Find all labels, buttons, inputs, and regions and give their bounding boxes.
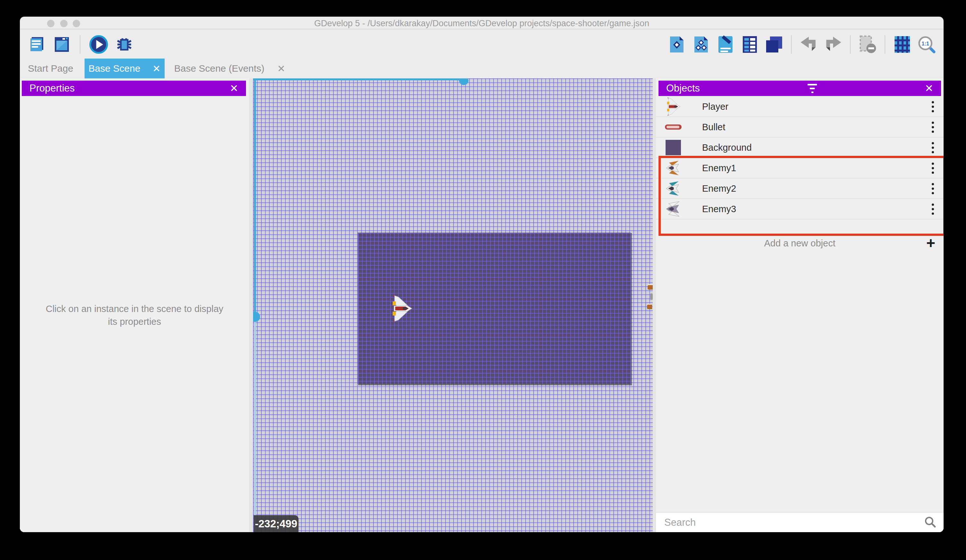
tab-base-scene[interactable]: Base Scene ✕	[85, 59, 164, 79]
instances-list-icon[interactable]	[741, 35, 759, 54]
filter-icon[interactable]	[807, 84, 817, 93]
close-tab-icon[interactable]: ✕	[278, 63, 285, 74]
objects-header: Objects ✕	[659, 81, 941, 96]
edit-properties-icon[interactable]	[716, 35, 735, 54]
cursor-coordinates-badge: -232;499	[254, 515, 299, 532]
main-toolbar: 1:1	[20, 30, 944, 59]
search-input[interactable]	[664, 516, 924, 529]
object-row-background[interactable]: Background	[656, 138, 944, 158]
app-window: GDevelop 5 - /Users/dkarakay/Documents/G…	[20, 16, 944, 532]
properties-title: Properties	[30, 83, 75, 94]
svg-text:1:1: 1:1	[922, 40, 929, 46]
partial-enemy-instance[interactable]	[647, 285, 653, 290]
selection-handle-left-icon[interactable]	[253, 312, 260, 322]
objects-doc-icon[interactable]	[667, 35, 686, 54]
toolbar-divider	[791, 35, 792, 54]
tab-base-scene-events[interactable]: Base Scene (Events) ✕	[164, 59, 295, 79]
object-menu-icon[interactable]	[932, 101, 934, 112]
scene-window-icon[interactable]	[52, 35, 71, 54]
tab-label: Start Page	[28, 63, 73, 74]
object-name: Background	[702, 142, 752, 153]
grid-icon[interactable]	[893, 35, 912, 54]
redo-icon[interactable]	[824, 35, 842, 54]
title-bar: GDevelop 5 - /Users/dkarakay/Documents/G…	[20, 16, 944, 29]
selection-border-top	[253, 79, 468, 80]
add-object-row[interactable]: Add a new object +	[656, 235, 944, 252]
editor-content: Properties ✕ Click on an instance in the…	[20, 79, 944, 532]
window-title: GDevelop 5 - /Users/dkarakay/Documents/G…	[20, 18, 944, 28]
object-search-bar	[656, 513, 944, 532]
project-manager-icon[interactable]	[26, 35, 45, 54]
objects-panel: Objects ✕	[653, 79, 944, 532]
undo-icon[interactable]	[800, 35, 818, 54]
zoom-1-1-icon[interactable]: 1:1	[917, 35, 936, 54]
object-name: Bullet	[702, 122, 726, 133]
object-groups-doc-icon[interactable]	[692, 35, 710, 54]
layers-icon[interactable]	[765, 35, 784, 54]
player-ship-icon	[663, 97, 683, 116]
toolbar-divider	[885, 35, 885, 54]
objects-title: Objects	[666, 83, 700, 94]
search-icon[interactable]	[924, 516, 936, 530]
bullet-icon	[663, 123, 683, 131]
play-icon[interactable]	[89, 35, 108, 54]
close-panel-icon[interactable]: ✕	[230, 82, 238, 94]
properties-empty-message: Click on an instance in the scene to dis…	[42, 302, 227, 328]
tab-start-page[interactable]: Start Page	[28, 59, 85, 79]
enemy-rows-highlight-annotation	[659, 156, 944, 236]
scene-canvas[interactable]: -232;499	[253, 79, 653, 532]
debug-bug-icon[interactable]	[115, 35, 133, 54]
selection-handle-top-icon[interactable]	[459, 80, 468, 85]
toolbar-divider	[80, 35, 80, 54]
editor-tabs: Start Page Base Scene ✕ Base Scene (Even…	[20, 59, 944, 79]
properties-panel: Properties ✕ Click on an instance in the…	[20, 79, 253, 532]
close-panel-icon[interactable]: ✕	[925, 82, 933, 94]
mask-disabled-icon[interactable]	[858, 35, 877, 54]
add-object-label: Add a new object	[656, 238, 944, 249]
background-swatch-icon	[663, 140, 683, 155]
plus-icon[interactable]: +	[926, 237, 935, 250]
object-menu-icon[interactable]	[932, 121, 934, 133]
object-row-bullet[interactable]: Bullet	[656, 117, 944, 138]
object-row-player[interactable]: Player	[656, 97, 944, 117]
canvas-scrollbar-thumb[interactable]	[650, 293, 653, 300]
properties-header: Properties ✕	[22, 81, 246, 96]
partial-enemy-instance[interactable]	[647, 305, 652, 309]
close-tab-icon[interactable]: ✕	[153, 63, 161, 74]
selection-border-left-faded	[254, 317, 256, 532]
selection-border-left	[254, 79, 256, 317]
tab-label: Base Scene	[89, 63, 140, 74]
player-instance[interactable]	[390, 295, 413, 322]
object-menu-icon[interactable]	[932, 142, 934, 153]
object-name: Player	[702, 102, 728, 112]
tab-label: Base Scene (Events)	[174, 63, 264, 74]
toolbar-divider	[850, 35, 851, 54]
